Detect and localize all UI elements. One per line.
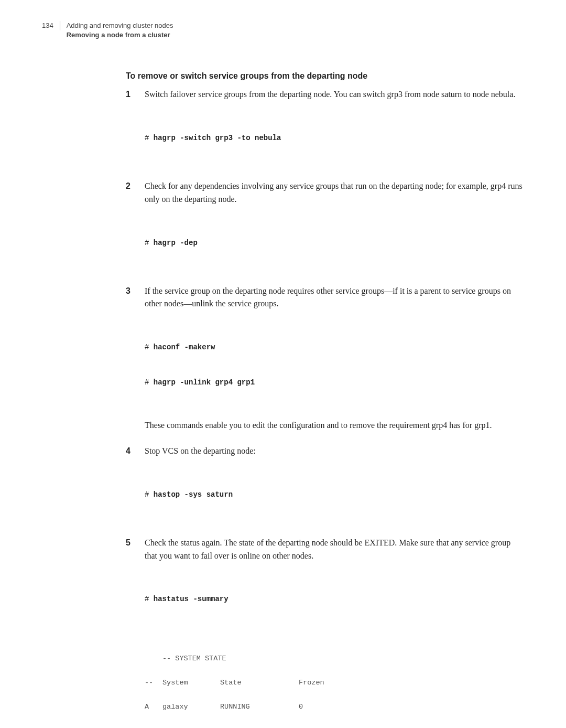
step-after-text: These commands enable you to edit the co… (145, 419, 524, 432)
chapter-title: Adding and removing cluster nodes (67, 21, 173, 30)
content: To remove or switch service groups from … (126, 71, 524, 728)
code-block: # hagrp -dep (145, 213, 524, 272)
code-block: # hastatus -summary (145, 570, 524, 629)
section-title: Removing a node from a cluster (67, 30, 173, 40)
step-text: If the service group on the departing no… (145, 285, 524, 311)
step-1: Switch failover service groups from the … (126, 88, 524, 167)
output-system-header: -- SYSTEM STATE (145, 653, 524, 665)
prompt: # (145, 239, 154, 247)
step-text: Switch failover service groups from the … (145, 88, 524, 101)
prompt: # (145, 490, 154, 499)
command: hagrp -dep (154, 239, 198, 247)
procedure-heading: To remove or switch service groups from … (126, 71, 524, 81)
prompt: # (145, 343, 154, 351)
steps-list: Switch failover service groups from the … (126, 88, 524, 628)
step-5: Check the status again. The state of the… (126, 537, 524, 629)
step-3: If the service group on the departing no… (126, 285, 524, 433)
page-header: 134 Adding and removing cluster nodes Re… (42, 21, 524, 40)
page: 134 Adding and removing cluster nodes Re… (0, 0, 566, 728)
code-line: # hastatus -summary (145, 593, 524, 605)
code-line: # haconf -makerw (145, 341, 524, 353)
step-text: Stop VCS on the departing node: (145, 445, 524, 458)
command: haconf -makerw (154, 343, 215, 351)
code-block: # haconf -makerw # hagrp -unlink grp4 gr… (145, 318, 524, 412)
code-line: # hagrp -switch grp3 -to nebula (145, 132, 524, 144)
code-line: # hastop -sys saturn (145, 489, 524, 500)
output-system-row: AgalaxyRUNNING0 (145, 701, 524, 713)
command: hagrp -unlink grp4 grp1 (154, 378, 255, 387)
step-4: Stop VCS on the departing node: # hastop… (126, 445, 524, 524)
code-block: # hagrp -switch grp3 -to nebula (145, 109, 524, 167)
step-text: Check for any dependencies involving any… (145, 180, 524, 206)
code-line: # hagrp -dep (145, 237, 524, 249)
step-2: Check for any dependencies involving any… (126, 180, 524, 272)
output-system-columns: --SystemStateFrozen (145, 677, 524, 689)
output-system-row: AnebulaRUNNING0 (145, 725, 524, 728)
command: hagrp -switch grp3 -to nebula (154, 134, 281, 142)
code-block: # hastop -sys saturn (145, 465, 524, 524)
code-line: # hagrp -unlink grp4 grp1 (145, 377, 524, 388)
command: hastatus -summary (154, 595, 228, 603)
prompt: # (145, 595, 154, 603)
prompt: # (145, 378, 154, 387)
page-number: 134 (42, 21, 60, 30)
command-output: -- SYSTEM STATE --SystemStateFrozen Agal… (145, 641, 524, 728)
command: hastop -sys saturn (154, 490, 233, 499)
prompt: # (145, 134, 154, 142)
step-text: Check the status again. The state of the… (145, 537, 524, 563)
header-titles: Adding and removing cluster nodes Removi… (67, 21, 173, 40)
